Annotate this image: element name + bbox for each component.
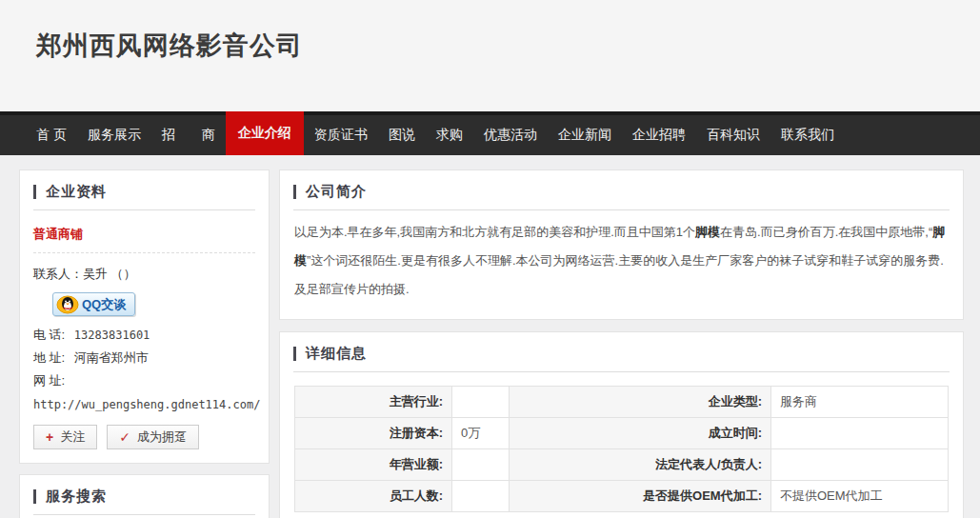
company-profile-panel: 企业资料 普通商铺 联系人：吴升 （） xyxy=(19,169,270,464)
detail-value: 服务商 xyxy=(771,387,949,418)
nav-item-company-intro[interactable]: 企业介绍 xyxy=(226,111,304,155)
company-intro-text: 以足为本.早在多年,我国南方和北方就有足部的美容和护理.而且中国第1个脚模在青岛… xyxy=(294,218,949,304)
intro-segment: ”这个词还很陌生.更是有很多人不理解.本公司为网络运营.主要的收入是生产厂家客户… xyxy=(294,253,944,296)
main-column: 公司简介 以足为本.早在多年,我国南方和北方就有足部的美容和护理.而且中国第1个… xyxy=(279,169,964,518)
address-value: 河南省郑州市 xyxy=(74,350,149,365)
qq-chat-label: QQ交谈 xyxy=(82,296,126,313)
detail-value: 0万 xyxy=(452,418,510,449)
nav-item-contact[interactable]: 联系我们 xyxy=(770,111,845,155)
intro-segment: 以足为本.早在多年,我国南方和北方就有足部的美容和护理.而且中国第1个 xyxy=(294,225,695,239)
section-accent-bar xyxy=(293,185,296,199)
profile-actions: + 关注 ✓ 成为拥趸 xyxy=(33,423,255,449)
detail-value xyxy=(452,481,510,512)
intro-panel-title: 公司简介 xyxy=(306,183,367,201)
table-row: 主营行业: 企业类型: 服务商 xyxy=(295,387,949,418)
qq-chat-button[interactable]: QQ交谈 xyxy=(52,292,135,316)
details-panel-header: 详细信息 xyxy=(293,332,950,372)
intro-segment-bold: 脚模 xyxy=(695,225,720,239)
profile-panel-header: 企业资料 xyxy=(33,170,255,210)
details-panel: 详细信息 主营行业: 企业类型: 服务商 注册资本: 0万 成立时间: 年营业额 xyxy=(279,331,964,518)
nav-item-certificates[interactable]: 资质证书 xyxy=(304,111,378,155)
website-url[interactable]: http://wu_pengsheng.gdnet114.com/ xyxy=(33,392,255,423)
search-panel-title: 服务搜索 xyxy=(46,488,107,506)
details-panel-title: 详细信息 xyxy=(306,345,367,363)
detail-label: 主营行业: xyxy=(295,387,452,418)
contact-person: 联系人：吴升 （） xyxy=(33,253,255,289)
check-icon: ✓ xyxy=(119,429,130,445)
nav-item-buy-requests[interactable]: 求购 xyxy=(426,111,473,155)
company-details-table: 主营行业: 企业类型: 服务商 注册资本: 0万 成立时间: 年营业额: 法定代… xyxy=(294,386,949,512)
address-line: 地 址: 河南省郑州市 xyxy=(33,347,255,369)
detail-label: 是否提供OEM代加工: xyxy=(510,481,771,512)
website-label: 网 址: xyxy=(33,373,65,388)
section-accent-bar xyxy=(33,489,36,504)
shop-type-label: 普通商铺 xyxy=(33,218,255,252)
page-content: 企业资料 普通商铺 联系人：吴升 （） xyxy=(0,155,980,518)
site-header: 郑州西风网络影音公司 xyxy=(0,0,980,111)
detail-label: 成立时间: xyxy=(510,418,771,449)
table-row: 注册资本: 0万 成立时间: xyxy=(295,418,949,449)
search-panel-header: 服务搜索 xyxy=(33,475,255,515)
site-title: 郑州西风网络影音公司 xyxy=(36,29,980,63)
profile-panel-body: 普通商铺 联系人：吴升 （） xyxy=(20,210,269,463)
company-intro-panel: 公司简介 以足为本.早在多年,我国南方和北方就有足部的美容和护理.而且中国第1个… xyxy=(279,169,964,320)
plus-icon: + xyxy=(46,429,53,445)
nav-item-news[interactable]: 企业新闻 xyxy=(548,111,622,155)
address-label: 地 址: xyxy=(33,350,65,365)
intro-panel-header: 公司简介 xyxy=(293,170,950,210)
detail-label: 企业类型: xyxy=(510,387,771,418)
become-fan-label: 成为拥趸 xyxy=(137,428,187,446)
detail-label: 年营业额: xyxy=(295,449,452,481)
detail-value xyxy=(771,418,949,449)
detail-value xyxy=(452,449,510,481)
detail-value xyxy=(452,387,510,418)
detail-label: 注册资本: xyxy=(295,418,452,449)
follow-button-label: 关注 xyxy=(60,428,85,446)
detail-label: 员工人数: xyxy=(295,481,452,512)
phone-value: 13283831601 xyxy=(74,329,150,342)
detail-value: 不提供OEM代加工 xyxy=(771,481,949,512)
nav-item-jobs[interactable]: 企业招聘 xyxy=(622,111,696,155)
detail-label: 法定代表人/负责人: xyxy=(510,449,771,481)
section-accent-bar xyxy=(33,185,36,199)
nav-item-home[interactable]: 首 页 xyxy=(26,111,77,155)
nav-item-investment[interactable]: 招 商 xyxy=(151,111,226,155)
table-row: 员工人数: 是否提供OEM代加工: 不提供OEM代加工 xyxy=(295,481,949,512)
website-line: 网 址: xyxy=(33,369,255,392)
nav-item-promotions[interactable]: 优惠活动 xyxy=(473,111,548,155)
become-fan-button[interactable]: ✓ 成为拥趸 xyxy=(107,425,199,449)
qq-penguin-icon xyxy=(56,295,79,314)
service-search-panel: 服务搜索 搜索 xyxy=(19,474,270,518)
phone-line: 电 话: 13283831601 xyxy=(33,324,255,347)
follow-button[interactable]: + 关注 xyxy=(33,425,97,449)
intro-segment: 在青岛.而已身价百万.在我国中原地带,“ xyxy=(720,225,932,239)
nav-item-wiki[interactable]: 百科知识 xyxy=(696,111,770,155)
main-nav: 首 页 服务展示 招 商 企业介绍 资质证书 图说 求购 优惠活动 企业新闻 企… xyxy=(0,111,980,155)
nav-item-gallery[interactable]: 图说 xyxy=(378,111,426,155)
table-row: 年营业额: 法定代表人/负责人: xyxy=(295,449,949,481)
detail-value xyxy=(771,449,949,481)
nav-item-services[interactable]: 服务展示 xyxy=(77,111,151,155)
profile-panel-title: 企业资料 xyxy=(46,183,107,201)
phone-label: 电 话: xyxy=(33,328,65,342)
sidebar: 企业资料 普通商铺 联系人：吴升 （） xyxy=(19,169,270,518)
section-accent-bar xyxy=(293,347,296,361)
